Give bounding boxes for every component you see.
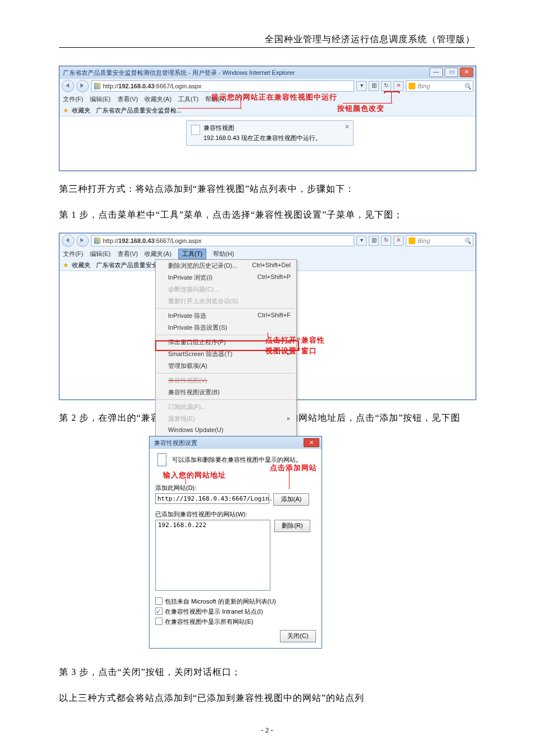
window-close-button[interactable]: ✕ [460, 68, 473, 77]
forward-button[interactable] [76, 235, 89, 247]
menu-feed-discovery: 源发现(E) [156, 413, 296, 425]
page-number: - 2 - [0, 726, 534, 735]
ie-nav-bar-2: http://192.168.0.43:6667/Login.aspx ▾ ▥ … [60, 233, 476, 248]
compat-settings-dialog: 兼容性视图设置 ✕ 可以添加和删除要在兼容性视图中显示的网站。 输入您的网站地址… [149, 436, 322, 649]
annot-compat-running: 提示您的网站正在兼容性视图中运行 [211, 92, 337, 102]
tools-dropdown: 删除浏览的历史记录(D)...Ctrl+Shift+Del InPrivate … [155, 259, 297, 465]
dlg-add-label: 添加此网站(D): [155, 484, 316, 492]
favorites-item[interactable]: 广东省农产品质量安全监督检... [96, 106, 182, 115]
menu-manage-addons[interactable]: 管理加载项(A) [156, 360, 296, 372]
window-minimize-button[interactable]: — [429, 68, 443, 77]
search-placeholder-2: Bing [418, 237, 430, 244]
cb-intranet[interactable] [155, 608, 162, 615]
menu-compat-view-settings[interactable]: 兼容性视图设置(B) [156, 386, 296, 398]
search-icon: 🔍 [464, 237, 470, 244]
cb-microsoft-list-label: 包括来自 Microsoft 的更新的网站列表(U) [165, 598, 276, 605]
favorites-label: 收藏夹 [72, 106, 90, 115]
menu-delete-history[interactable]: 删除浏览的历史记录(D)...Ctrl+Shift+Del [156, 260, 296, 272]
popup-compat-icon [191, 125, 200, 135]
menu-favorites[interactable]: 收藏夹(A) [144, 95, 171, 104]
dropdown-icon[interactable]: ▾ [356, 81, 366, 91]
cb-all-sites[interactable] [155, 618, 162, 625]
dlg-close-button[interactable]: ✕ [304, 438, 319, 447]
ie-title-text: 广东省农产品质量安全监督检测信息管理系统 - 用户登录 - Windows In… [63, 69, 295, 76]
address-bar-2[interactable]: http://192.168.0.43:6667/Login.aspx [91, 235, 354, 246]
menu-file[interactable]: 文件(F) [63, 250, 83, 258]
paragraph-summary: 以上三种方式都会将站点添加到“已添加到兼容性视图中的网站”的站点列 [59, 690, 475, 706]
ie-favicon-icon [94, 83, 101, 89]
ie-favorites-bar: ★ 收藏夹 广东省农产品质量安全监督检... 按钮颜色改变 [60, 105, 476, 116]
ie-title-bar: 广东省农产品质量安全监督检测信息管理系统 - 用户登录 - Windows In… [60, 66, 476, 79]
dlg-site-list[interactable]: 192.168.0.222 [155, 520, 270, 591]
refresh-button[interactable]: ↻ [381, 236, 391, 246]
compat-popup: 兼容性视图 192.168.0.43 现在正在兼容性视图中运行。 ✕ [186, 120, 354, 146]
menu-view[interactable]: 查看(V) [117, 95, 138, 104]
url-text-2: http://192.168.0.43:6667/Login.aspx [103, 237, 202, 244]
cb-all-sites-label: 在兼容性视图中显示所有网站(E) [165, 618, 254, 625]
address-bar[interactable]: http://192.168.0.43:6667/Login.aspx [91, 80, 354, 92]
search-box-2[interactable]: Bing 🔍 [406, 235, 473, 246]
menu-subscribe-feed: 订阅此源(F)... [156, 401, 296, 413]
forward-button[interactable] [76, 80, 89, 92]
ie-window-2: http://192.168.0.43:6667/Login.aspx ▾ ▥ … [59, 233, 476, 400]
menu-file[interactable]: 文件(F) [63, 95, 83, 104]
dlg-list-item[interactable]: 192.168.0.222 [158, 521, 268, 529]
menu-inprivate-filter[interactable]: InPrivate 筛选Ctrl+Shift+F [156, 310, 296, 322]
menu-inprivate-browse[interactable]: InPrivate 浏览(I)Ctrl+Shift+P [156, 272, 296, 284]
popup-title: 兼容性视图 [203, 124, 322, 132]
paragraph-method3: 第三种打开方式：将站点添加到“兼容性视图”站点列表中，步骤如下： [59, 181, 475, 197]
url-text: http://192.168.0.43:6667/Login.aspx [103, 83, 202, 89]
compat-view-button[interactable]: ▥ [369, 81, 379, 91]
dlg-compat-icon [155, 453, 168, 466]
menu-favorites[interactable]: 收藏夹(A) [144, 250, 171, 258]
dlg-close-btn[interactable]: 关闭(C) [280, 630, 316, 642]
refresh-button[interactable]: ↻ [381, 81, 391, 91]
ie-favicon-icon [94, 237, 101, 244]
menu-tools-active[interactable]: 工具(T) [178, 249, 206, 259]
ie-nav-bar: http://192.168.0.43:6667/Login.aspx ▾ ▥ … [60, 79, 476, 93]
annot-click-add: 点击添加网站 [270, 463, 317, 473]
annot-button-color: 按钮颜色改变 [337, 104, 384, 114]
dlg-title-bar: 兼容性视图设置 ✕ [150, 436, 322, 449]
popup-body: 192.168.0.43 现在正在兼容性视图中运行。 [203, 134, 322, 142]
favorites-item[interactable]: 广东省农产品质量安全... [96, 261, 163, 269]
ie-menu-bar-2: 文件(F) 编辑(E) 查看(V) 收藏夹(A) 工具(T) 帮助(H) [60, 248, 476, 259]
ie-window-1: 广东省农产品质量安全监督检测信息管理系统 - 用户登录 - Windows In… [59, 66, 476, 171]
page-header: 全国种业管理与经济运行信息调度系统（管理版） [59, 34, 475, 48]
dlg-title-text: 兼容性视图设置 [154, 439, 197, 446]
window-restore-button[interactable]: ▭ [445, 68, 458, 77]
popup-close-icon[interactable]: ✕ [345, 123, 350, 130]
paragraph-step1: 第 1 步，点击菜单栏中“工具”菜单，点击选择“兼容性视图设置”子菜单，见下图； [59, 207, 475, 223]
annot-compat-open-2: 视图设置”窗口 [265, 346, 317, 356]
menu-diagnose: 诊断连接问题(C)... [156, 284, 296, 295]
back-button[interactable] [62, 80, 74, 92]
favorites-star-icon: ★ [63, 262, 69, 269]
cb-microsoft-list[interactable] [155, 597, 162, 605]
bing-icon [409, 237, 415, 244]
menu-edit[interactable]: 编辑(E) [90, 95, 111, 104]
dlg-url-input[interactable]: http://192.168.0.43:6667/Login.aspx [155, 493, 269, 504]
menu-edit[interactable]: 编辑(E) [90, 250, 111, 258]
dropdown-icon[interactable]: ▾ [356, 236, 366, 246]
dlg-remove-button[interactable]: 删除(R) [274, 520, 310, 532]
menu-help[interactable]: 帮助(H) [213, 250, 234, 258]
menu-compat-view: 兼容性视图(V) [156, 375, 296, 386]
compat-view-button[interactable]: ▥ [369, 236, 379, 246]
stop-button[interactable]: ✕ [393, 81, 404, 91]
annot-input-url: 输入您的网站地址 [163, 470, 226, 480]
menu-reopen-last: 重新打开上次浏览会话(S) [156, 295, 296, 307]
stop-button[interactable]: ✕ [393, 236, 404, 246]
favorites-star-icon: ★ [63, 107, 69, 114]
menu-view[interactable]: 查看(V) [117, 250, 138, 258]
menu-windows-update[interactable]: Windows Update(U) [156, 425, 296, 435]
favorites-label: 收藏夹 [72, 261, 90, 269]
back-button[interactable] [62, 235, 74, 247]
bing-icon [409, 83, 415, 89]
search-box[interactable]: Bing 🔍 [406, 80, 473, 92]
dlg-list-label: 已添加到兼容性视图中的网站(W): [155, 510, 316, 519]
menu-inprivate-filter-settings[interactable]: InPrivate 筛选设置(S) [156, 322, 296, 334]
search-icon: 🔍 [464, 83, 470, 89]
menu-tools[interactable]: 工具(T) [178, 95, 198, 104]
dlg-add-button[interactable]: 添加(A) [273, 493, 309, 506]
annot-compat-open-1: 点击打开“兼容性 [265, 335, 325, 345]
